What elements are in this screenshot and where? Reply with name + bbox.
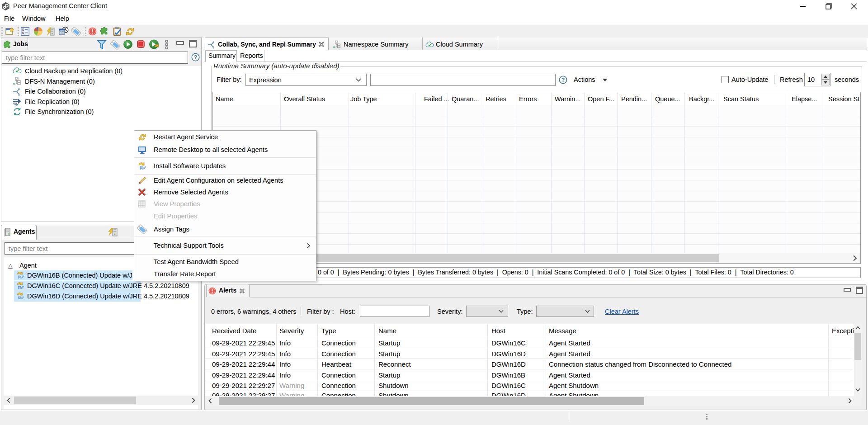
svg-text:DFS: DFS — [13, 83, 16, 85]
svg-text:?: ? — [194, 54, 197, 61]
svg-text:12: 12 — [60, 30, 64, 34]
svg-text:?: ? — [561, 77, 565, 83]
